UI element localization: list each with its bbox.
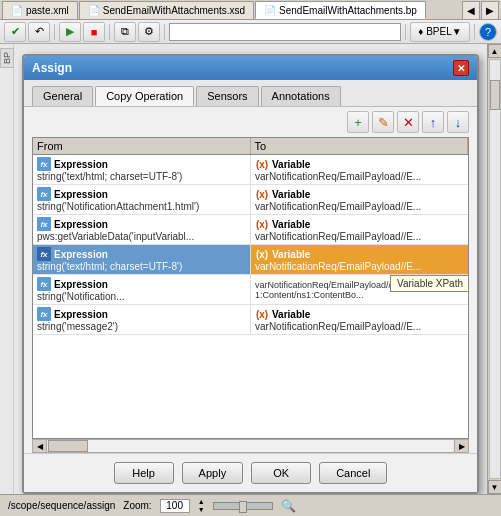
- cell-type: Expression: [54, 159, 108, 170]
- dialog-close-button[interactable]: ✕: [453, 60, 469, 76]
- variable-icon: (x): [255, 187, 269, 201]
- cell-type: Variable: [272, 219, 310, 230]
- to-cell: (x) Variable varNotificationReq/EmailPay…: [251, 185, 468, 214]
- zoom-down[interactable]: ▼: [198, 506, 205, 513]
- table-row[interactable]: fx Expression string('message2') (x) Var…: [33, 305, 468, 335]
- tab-sensors[interactable]: Sensors: [196, 86, 258, 106]
- from-cell: fx Expression string('message2'): [33, 305, 251, 334]
- scroll-track: [489, 59, 501, 479]
- cell-value: string('NotificationAttachment1.html'): [37, 201, 246, 212]
- table-header: From To: [33, 138, 468, 155]
- scroll-up-button[interactable]: ▲: [488, 44, 502, 58]
- tab-sendemail-xsd[interactable]: 📄 SendEmailWithAttachments.xsd: [79, 1, 254, 19]
- tab-general[interactable]: General: [32, 86, 93, 106]
- assign-table: From To fx Expression st: [32, 137, 469, 439]
- cell-type: Expression: [54, 249, 108, 260]
- stop-button[interactable]: ■: [83, 22, 105, 42]
- dialog-tab-bar: General Copy Operation Sensors Annotatio…: [24, 80, 477, 107]
- expression-icon: fx: [37, 277, 51, 291]
- status-bar: /scope/sequence/assign Zoom: ▲ ▼ 🔍: [0, 494, 501, 516]
- from-cell: fx Expression string('NotificationAttach…: [33, 185, 251, 214]
- cell-type: Variable: [272, 189, 310, 200]
- cell-type: Expression: [54, 219, 108, 230]
- variable-xpath-tooltip: Variable XPath: [390, 275, 468, 292]
- move-down-button[interactable]: ↓: [447, 111, 469, 133]
- add-button[interactable]: +: [347, 111, 369, 133]
- expression-icon: fx: [37, 217, 51, 231]
- dialog-title-bar: Assign ✕: [24, 56, 477, 80]
- zoom-slider[interactable]: [213, 502, 273, 510]
- tab-copy-operation[interactable]: Copy Operation: [95, 86, 194, 106]
- expression-icon: fx: [37, 307, 51, 321]
- cell-value: string('message2'): [37, 321, 246, 332]
- from-cell: fx Expression string('Notification...: [33, 275, 251, 304]
- variable-icon: (x): [255, 247, 269, 261]
- tab-label: SendEmailWithAttachments.bp: [279, 5, 417, 16]
- move-up-button[interactable]: ↑: [422, 111, 444, 133]
- tab-nav-next[interactable]: ▶: [481, 1, 499, 19]
- canvas-area: Assign ✕ General Copy Operation Sensors …: [14, 44, 487, 494]
- horizontal-scrollbar[interactable]: ◀ ▶: [32, 439, 469, 453]
- table-body: fx Expression string('text/html; charset…: [33, 155, 468, 435]
- back-button[interactable]: ↶: [28, 22, 50, 42]
- cell-value: string('text/html; charset=UTF-8'): [37, 171, 246, 182]
- cell-value: varNotificationReq/EmailPayload//E...: [255, 321, 464, 332]
- cell-value: varNotificationReq/EmailPayload//E...: [255, 261, 464, 272]
- file-icon: 📄: [264, 5, 276, 16]
- cell-value: varNotificationReq/EmailPayload//E...: [255, 201, 464, 212]
- run-button[interactable]: ▶: [59, 22, 81, 42]
- cell-type: Expression: [54, 279, 108, 290]
- from-cell: fx Expression string('text/html; charset…: [33, 245, 251, 274]
- tab-label: paste.xml: [26, 5, 69, 16]
- tab-paste-xml[interactable]: 📄 paste.xml: [2, 1, 78, 19]
- ok-button[interactable]: OK: [251, 462, 311, 484]
- expression-icon: fx: [37, 247, 51, 261]
- table-row[interactable]: fx Expression string('Notification... va…: [33, 275, 468, 305]
- separator4: [405, 24, 406, 40]
- copy-button[interactable]: ⧉: [114, 22, 136, 42]
- check-button[interactable]: ✔: [4, 22, 26, 42]
- scroll-thumb[interactable]: [490, 80, 500, 110]
- separator5: [474, 24, 475, 40]
- cell-type: Expression: [54, 309, 108, 320]
- cell-value: varNotificationReq/EmailPayload//E...: [255, 171, 464, 182]
- to-header: To: [251, 138, 469, 154]
- to-cell: (x) Variable varNotificationReq/EmailPay…: [251, 305, 468, 334]
- expression-icon: fx: [37, 157, 51, 171]
- settings-button[interactable]: ⚙: [138, 22, 160, 42]
- table-row[interactable]: fx Expression string('NotificationAttach…: [33, 185, 468, 215]
- cell-value: pws:getVariableData('inputVariabl...: [37, 231, 246, 242]
- tab-sendemail-bp[interactable]: 📄 SendEmailWithAttachments.bp: [255, 1, 426, 19]
- cell-type: Variable: [272, 249, 310, 260]
- edit-button[interactable]: ✎: [372, 111, 394, 133]
- bpel-dropdown[interactable]: ♦ BPEL▼: [410, 22, 470, 42]
- table-row[interactable]: fx Expression pws:getVariableData('input…: [33, 215, 468, 245]
- scroll-down-button[interactable]: ▼: [488, 480, 502, 494]
- zoom-icon: 🔍: [281, 499, 296, 513]
- expression-icon: fx: [37, 187, 51, 201]
- table-row[interactable]: fx Expression string('text/html; charset…: [33, 245, 468, 275]
- delete-button[interactable]: ✕: [397, 111, 419, 133]
- zoom-input[interactable]: [160, 499, 190, 513]
- scroll-right-button[interactable]: ▶: [454, 440, 468, 452]
- assign-dialog: Assign ✕ General Copy Operation Sensors …: [22, 54, 479, 494]
- sidebar-tab[interactable]: BP: [0, 48, 14, 68]
- tab-annotations[interactable]: Annotations: [261, 86, 341, 106]
- to-cell: (x) Variable varNotificationReq/EmailPay…: [251, 155, 468, 184]
- zoom-spinner[interactable]: ▲ ▼: [198, 498, 205, 513]
- zoom-thumb[interactable]: [239, 501, 247, 513]
- help-button[interactable]: Help: [114, 462, 174, 484]
- cell-type: Expression: [54, 189, 108, 200]
- zoom-up[interactable]: ▲: [198, 498, 205, 505]
- cancel-button[interactable]: Cancel: [319, 462, 387, 484]
- tab-nav-prev[interactable]: ◀: [462, 1, 480, 19]
- table-row[interactable]: fx Expression string('text/html; charset…: [33, 155, 468, 185]
- tab-label: SendEmailWithAttachments.xsd: [103, 5, 245, 16]
- apply-button[interactable]: Apply: [182, 462, 244, 484]
- help-button[interactable]: ?: [479, 23, 497, 41]
- scroll-track: [48, 440, 453, 452]
- address-input[interactable]: [169, 23, 401, 41]
- separator2: [109, 24, 110, 40]
- scroll-left-button[interactable]: ◀: [33, 440, 47, 452]
- scroll-thumb[interactable]: [48, 440, 88, 452]
